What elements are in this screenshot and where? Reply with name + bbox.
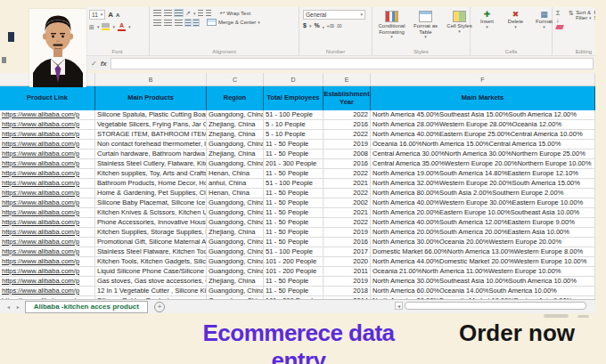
product-link-cell[interactable]: https://www.alibaba.com/p	[0, 159, 95, 169]
product-link-cell[interactable]: https://www.alibaba.com/p	[0, 130, 95, 140]
region-cell[interactable]: Guangdong, China	[207, 159, 264, 169]
main-products-cell[interactable]: Liquid Silicone Phone Case/Silicone Fo	[95, 267, 207, 277]
increase-indent-icon[interactable]	[206, 10, 211, 16]
employees-cell[interactable]: 11 - 50 People	[264, 208, 323, 218]
indent-option-icon[interactable]	[185, 20, 191, 26]
year-cell[interactable]: 2008	[323, 150, 371, 159]
year-cell[interactable]: 2016	[323, 120, 371, 130]
sort-filter-button[interactable]: ⇅ Sort & Filter ▾	[569, 10, 591, 45]
shrink-font-icon[interactable]: A	[116, 12, 119, 18]
scroll-left-icon[interactable]: ◂	[395, 302, 403, 310]
header-cell[interactable]: Main Markets	[371, 86, 595, 110]
scrollbar-track[interactable]	[405, 302, 586, 310]
year-cell[interactable]: 2020	[323, 257, 371, 267]
conditional-formatting-button[interactable]: Conditional Formatting▾	[376, 10, 407, 45]
orientation-icon[interactable]: ↗	[185, 10, 191, 16]
increase-decimal-icon[interactable]: +.00	[327, 23, 334, 28]
markets-cell[interactable]: Oceania 16.00%North America 15.00%Centra…	[371, 140, 595, 150]
accounting-format-icon[interactable]: $	[303, 22, 307, 28]
employees-cell[interactable]: 5 - 10 People	[264, 120, 323, 130]
employees-cell[interactable]: 11 - 50 People	[264, 277, 323, 287]
markets-cell[interactable]: Oceania 21.00%North America 11.00%Wester…	[371, 267, 595, 277]
header-cell[interactable]: Product Link	[0, 86, 95, 110]
align-center-icon[interactable]	[164, 20, 172, 26]
product-link-cell[interactable]: https://www.alibaba.com/p	[0, 247, 95, 257]
markets-cell[interactable]: North America 32.00%Western Europe 20.00…	[371, 179, 595, 189]
main-products-cell[interactable]: Non contact forehead thermometer, I	[95, 140, 207, 150]
indent-option-icon[interactable]	[193, 20, 199, 26]
year-cell[interactable]: 2022	[323, 110, 371, 120]
region-cell[interactable]: Guangdong, China	[207, 218, 264, 228]
year-cell[interactable]: 2022	[323, 189, 371, 198]
comma-style-icon[interactable]: ,	[323, 22, 324, 28]
product-link-cell[interactable]: https://www.alibaba.com/p	[0, 238, 95, 247]
main-products-cell[interactable]: Silicone Baby Placemat, Silicone Ice Tr	[95, 198, 207, 208]
year-cell[interactable]: 2022	[323, 130, 371, 140]
product-link-cell[interactable]: https://www.alibaba.com/p	[0, 179, 95, 189]
region-cell[interactable]: Zhejiang, China	[207, 150, 264, 159]
year-cell[interactable]: 2021	[323, 208, 371, 218]
main-products-cell[interactable]: Kitchen Tools, Kitchen Gadgets, Silicon	[95, 257, 207, 267]
align-left-icon[interactable]	[153, 20, 161, 26]
employees-cell[interactable]: 11 - 50 People	[264, 150, 323, 159]
employees-cell[interactable]: 51 - 100 People	[264, 110, 323, 120]
autosum-icon[interactable]: Σ	[556, 10, 563, 16]
main-products-cell[interactable]: STORAGE ITEM, BATHROOM ITEM, KI	[95, 130, 207, 140]
employees-cell[interactable]: 11 - 50 People	[264, 140, 323, 150]
product-link-cell[interactable]: https://www.alibaba.com/p	[0, 169, 95, 179]
main-products-cell[interactable]: Home & Gardening, Pet Supplies, Clot	[95, 189, 207, 198]
number-format-select[interactable]: General▾	[303, 10, 365, 20]
employees-cell[interactable]: 11 - 50 People	[264, 218, 323, 228]
find-select-button[interactable]: Find & Select	[594, 10, 595, 45]
align-bottom-icon[interactable]	[175, 10, 183, 16]
employees-cell[interactable]: 11 - 50 People	[264, 189, 323, 198]
merge-center-button[interactable]: Merge & Center ▾	[207, 19, 260, 26]
markets-cell[interactable]: Central America 30.00%North America 30.0…	[371, 150, 595, 159]
year-cell[interactable]: 2002	[323, 198, 371, 208]
header-cell[interactable]: Main Products	[95, 86, 207, 110]
employees-cell[interactable]: 11 - 50 People	[264, 238, 323, 247]
region-cell[interactable]: Guangdong, China	[207, 287, 264, 296]
year-cell[interactable]: 2022	[323, 218, 371, 228]
decrease-decimal-icon[interactable]: .00	[336, 23, 340, 28]
employees-cell[interactable]: 101 - 200 People	[264, 257, 323, 267]
column-letter[interactable]: F	[371, 73, 595, 86]
product-link-cell[interactable]: https://www.alibaba.com/p	[0, 267, 95, 277]
year-cell[interactable]: 2017	[323, 247, 371, 257]
markets-cell[interactable]: North America 80.00%South Asia 2.00%Sout…	[371, 189, 595, 198]
employees-cell[interactable]: 5 - 10 People	[264, 130, 323, 140]
employees-cell[interactable]: 11 - 50 People	[264, 198, 323, 208]
product-link-cell[interactable]: https://www.alibaba.com/p	[0, 150, 95, 159]
insert-function-icon[interactable]: fx	[101, 60, 107, 68]
formula-input[interactable]	[111, 58, 594, 69]
enter-icon[interactable]: ✓	[91, 60, 97, 68]
product-link-cell[interactable]: https://www.alibaba.com/p	[0, 140, 95, 150]
main-products-cell[interactable]: Promotional Gift, Silicone Maternal A	[95, 238, 207, 247]
markets-cell[interactable]: North America 20.00%South America 20.00%…	[371, 228, 595, 238]
decrease-indent-icon[interactable]	[198, 10, 203, 16]
percent-style-icon[interactable]: %	[314, 22, 319, 28]
clear-icon[interactable]	[555, 25, 564, 29]
employees-cell[interactable]: 11 - 50 People	[264, 169, 323, 179]
year-cell[interactable]: 2021	[323, 179, 371, 189]
header-cell[interactable]: Total Employees	[264, 86, 323, 110]
product-link-cell[interactable]: https://www.alibaba.com/p	[0, 208, 95, 218]
markets-cell[interactable]: Domestic Market 66.00%North America 13.0…	[371, 247, 595, 257]
region-cell[interactable]: Guangdong, China	[207, 208, 264, 218]
year-cell[interactable]: 2019	[323, 277, 371, 287]
column-letter[interactable]: B	[95, 73, 207, 86]
markets-cell[interactable]: North America 19.00%South America 14.80%…	[371, 169, 595, 179]
region-cell[interactable]: Guangdong, China	[207, 198, 264, 208]
format-as-table-button[interactable]: Format as Table▾	[410, 10, 441, 45]
employees-cell[interactable]: 51 - 100 People	[264, 179, 323, 189]
region-cell[interactable]: Guangdong, China	[207, 238, 264, 247]
insert-cells-button[interactable]: ✚ Insert▾	[474, 10, 500, 45]
tab-scroll-icons[interactable]: ◂ ▸	[7, 303, 22, 310]
font-size-select[interactable]: 11▾	[89, 10, 105, 20]
region-cell[interactable]: Guangdong, China	[207, 257, 264, 267]
employees-cell[interactable]: 11 - 50 People	[264, 287, 323, 296]
fill-color-icon[interactable]	[102, 23, 110, 30]
product-link-cell[interactable]: https://www.alibaba.com/p	[0, 120, 95, 130]
main-products-cell[interactable]: Kitchen Supplies, Storage Supplies, B	[95, 228, 207, 238]
markets-cell[interactable]: North America 40.00%Eastern Europe 25.00…	[371, 130, 595, 140]
